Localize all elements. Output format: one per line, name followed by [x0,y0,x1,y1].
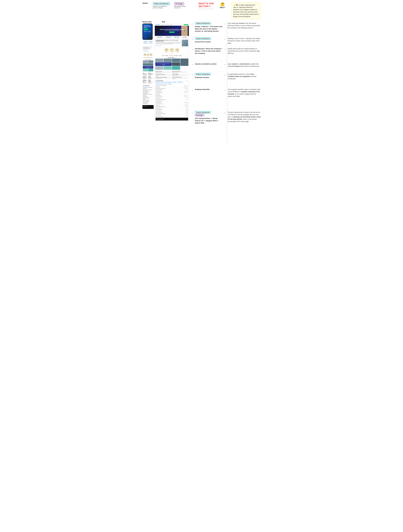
cat-design[interactable]: Design (2) [163,83,167,85]
why-emoji: 🤔 [220,2,225,6]
mobile-stat-2: 2+ Lakh [148,31,151,32]
mobile-footer: Footer content [142,105,154,109]
web-nav: testbook Home About Teams Contact Apply … [155,24,189,26]
life-img-7 [164,66,172,70]
col-labels: Mobile Web Web [142,21,189,23]
job-row-14: Senior Product Analyst Mumbai [156,103,188,105]
press-hihello: HiHello [179,55,182,56]
section-job-listing: → Feature Introduction Re-design Job Lis… [191,110,226,143]
cat-tech[interactable]: Tech (31) [161,82,164,83]
right-text-2: Building a sense of trust + catering to … [228,38,261,44]
web-stat-3: 126+ Lakh Daily Video Views [174,37,179,38]
cat-video[interactable]: Video Editors (9) [177,82,183,83]
right-section-4: Again awards or achievements coupled wit… [228,62,261,72]
feature-badge: Feature Introduction [153,2,170,5]
web-press: Suite Suite HR YourStory siliconindia Hi… [155,55,189,57]
cat-hr[interactable]: Human Resources (6) [156,83,163,85]
right-arrow-2: → [224,38,226,41]
web-jobs-title: Current Openings [156,80,163,81]
cat-product[interactable]: Product (8) [168,83,172,85]
right-text-7: The job Listing section is listed in the… [228,111,261,123]
web-jobs-header: Current Openings [156,80,188,81]
section-title-2: Social Proof section [195,41,223,43]
press-yourstory: YourStory [169,55,173,56]
job-row-21: Senior QA Automation Engineer Remote [156,113,188,114]
right-col: User easily gets access to the Job searc… [227,21,262,143]
cat-marketing[interactable]: Marketing (8) [172,82,177,83]
arrow-6: → [191,89,193,91]
arrow-7: → [191,112,193,114]
right-text-5: An appreciation section to convey how Te… [228,73,261,80]
job-row-7: Marketing (8) [156,93,188,95]
benefit-6: Friggin' Awesome Parties We believe that… [172,77,188,79]
benefit-1: Fast Environment At Testbook, we have th… [156,71,172,73]
mobile-stats: 10+ Lakh 2+ Lakh [144,31,151,32]
job-row-3: Senior QA Automation Engineer Remote (In… [156,88,188,89]
job-row-9: Senior Product Analyst Mumbai (India) [156,96,188,98]
web-nav-links: Home About Teams Contact [161,24,173,25]
cat-content[interactable]: Content (34) [156,82,160,83]
arrow-2: → [191,38,193,41]
mobile-benefits: Fast Environment Flexible Working Hours … [142,72,154,84]
redesign-desc: (Re-designed flow/ structure) [174,6,191,8]
feature-badge-2: Feature introduction [195,38,211,40]
right-text-6: The employee benefits section is include… [228,88,261,97]
right-text-3: Details about what the company believes … [228,48,261,54]
web-benefits-grid: Fast Environment At Testbook, we have th… [156,71,188,79]
life-img-1 [155,58,163,62]
tip-text: to better understand the 'why' or 'ratio… [233,4,259,17]
web-benefits: Fast Environment At Testbook, we have th… [155,70,189,80]
right-section-3: Details about what the company believes … [228,46,261,62]
press-silicon: siliconindia [174,55,178,56]
web-jobs: Current Openings Content (34) Tech (31) … [155,80,189,121]
right-section-6: The employee benefits section is include… [228,87,261,110]
web-award-startup-year: STARTUPOF THEYEAR [175,48,179,52]
web-award-startup-work: STARTUPTOWORK [170,48,174,52]
job-row-23: Senior Product Analyst Mumbai [156,116,188,117]
life-img-6 [155,66,163,70]
section-header-banner: → Feature introduction Header + Banner +… [191,21,226,36]
web-hero-btn[interactable]: Apply Now [169,32,175,33]
mobile-phone: Join the most impactful EdTech startup. … [142,24,153,40]
job-row-15: Android Lead Mumbai (India) [156,105,188,106]
left-col: Mobile Web Web Join the most impactful E… [141,21,190,143]
web-nav-btn[interactable]: Apply Now [184,24,188,25]
section-title-6: Employee Benefits [195,88,223,91]
mobile-social-proof: 1.2+ Crore 50+ Lakh 126+ Lakh 2+ Lakh [142,40,154,45]
arrow-5: → [191,74,193,76]
web-hero: 👤 Join the most impactful EdTech startup… [155,26,189,36]
right-arrow-1: → [224,23,226,25]
mobile-award-startup-work: STARTUPTOWORK [147,53,149,56]
section-content-5: Feature introduction Employee Section [195,73,223,79]
right-section-7: The job Listing section is listed in the… [228,110,261,143]
badge-row-1: Feature introduction [195,22,223,25]
web-hero-sub: That's our way of creating an impact. [165,30,179,31]
right-arrow-7: → [224,112,226,114]
mobile-hero-btn[interactable]: Apply Now [144,29,148,30]
section-title-5: Employee Section [195,76,223,79]
redesign-sign: Re-design (Re-designed flow/ structure) [174,2,191,8]
benefit-2: Flexible Working Hours Balance your work… [172,71,188,73]
mobile-about: Know About Content [142,46,154,52]
center-col: → Feature introduction Header + Banner +… [190,21,227,143]
job-row-20: Senior Product Analyst Mumbai [156,112,188,113]
life-img-3 [172,58,180,62]
benefit-4: Attractive Salaries We offer competitive… [172,74,188,76]
section-content-4: Awards & mentions section [195,63,223,65]
right-arrow-6: → [224,89,226,91]
web-about-text: Constantly buzzing with frolic & fun. Th… [156,40,181,46]
cat-finance[interactable]: Finance & Legal (2) [165,82,172,83]
life-img-8 [172,66,180,70]
main-layout: Mobile Web Web Join the most impactful E… [141,19,262,143]
mobile-award-startup-year: STARTUPOF THEYEAR [150,53,153,56]
web-nav-logo: testbook [156,24,160,25]
badge-row-2: Feature introduction [195,38,223,40]
mobile-jobs: Current Openings Content (46) ▼ Tech (31… [142,85,154,105]
signs-right: WHAT IS THIS SECTION ? 🤔 WHY? 💡 TIP: to … [198,2,261,19]
section-employee: → Feature introduction Employee Section … [191,72,226,87]
web-about-link[interactable]: Know About Content [156,45,161,46]
signs-label: SIGNS: [142,2,148,4]
job-row-1: Content Manager - TET/JSC NET Remote (In… [156,85,188,86]
tip-label: 💡 TIP: [233,4,238,6]
web-life-title: Life at Testbook ___ [155,57,189,58]
